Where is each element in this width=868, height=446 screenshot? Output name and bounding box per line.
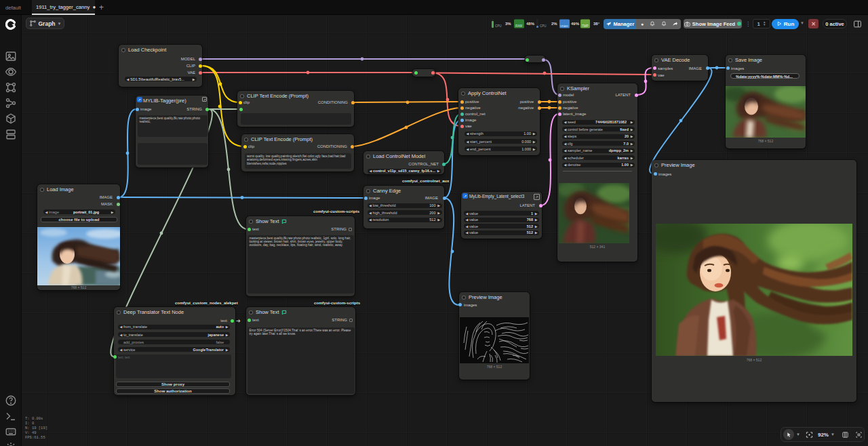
svg-text:VRAM: VRAM (560, 24, 568, 28)
svg-text:48%: 48% (526, 22, 535, 26)
svg-text:3%: 3% (505, 22, 511, 26)
svg-text:38°: 38° (593, 22, 600, 26)
svg-text:RAM: RAM (515, 24, 522, 28)
svg-text:49%: 49% (571, 22, 580, 26)
svg-text:2%: 2% (551, 22, 557, 26)
svg-text:CPU: CPU (540, 24, 547, 28)
svg-text:CPU: CPU (495, 24, 502, 28)
svg-text:TMP: TMP (582, 24, 589, 28)
